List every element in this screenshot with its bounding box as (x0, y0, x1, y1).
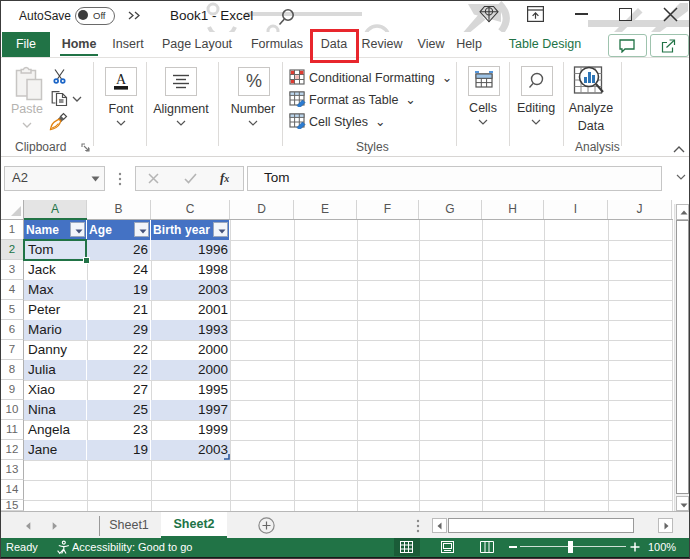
svg-text:A: A (116, 72, 127, 87)
svg-text:%: % (246, 71, 262, 91)
